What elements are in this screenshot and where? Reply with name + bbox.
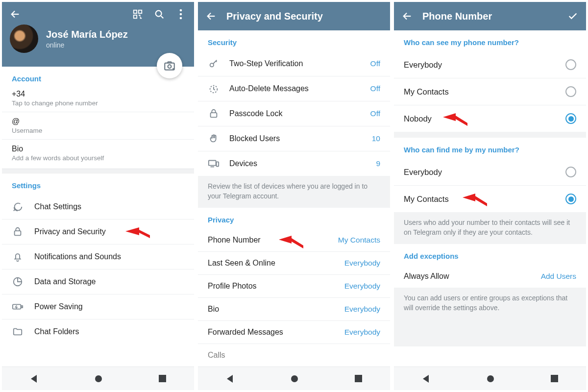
screen-privacy: Privacy and Security Security Two-Step V… — [198, 2, 390, 390]
row-value: Off — [370, 109, 380, 118]
power-row[interactable]: Power Saving — [2, 294, 194, 319]
page-title: Privacy and Security — [226, 11, 323, 22]
nav-recent-icon[interactable] — [550, 374, 559, 383]
devices-row[interactable]: Devices 9 — [198, 151, 390, 176]
see-everybody-row[interactable]: Everybody — [394, 51, 586, 78]
svg-point-24 — [291, 375, 298, 382]
back-icon[interactable] — [10, 9, 21, 20]
chat-settings-row[interactable]: Chat Settings — [2, 195, 194, 220]
more-icon[interactable] — [175, 9, 186, 20]
security-header: Security — [198, 30, 390, 51]
phone-number-row[interactable]: Phone Number My Contacts — [198, 229, 390, 252]
search-icon[interactable] — [154, 9, 165, 20]
exceptions-header: Add exceptions — [394, 244, 586, 265]
svg-point-6 — [180, 17, 182, 20]
row-value: 9 — [376, 159, 380, 168]
row-value: Off — [370, 84, 380, 93]
timer-icon — [208, 83, 220, 94]
screen-profile: José María López online Account +34 Tap … — [2, 2, 194, 390]
radio-icon — [565, 167, 576, 177]
radio-icon — [565, 86, 576, 97]
forwarded-row[interactable]: Forwarded Messages Everybody — [198, 321, 390, 344]
svg-marker-27 — [463, 194, 487, 206]
back-icon[interactable] — [206, 11, 217, 22]
bio-row[interactable]: Bio Everybody — [198, 298, 390, 321]
profile-header: José María López online — [2, 2, 194, 67]
exceptions-note: You can add users or entire groups as ex… — [394, 288, 586, 346]
see-contacts-row[interactable]: My Contacts — [394, 78, 586, 105]
bio-item[interactable]: Bio Add a few words about yourself — [2, 139, 194, 169]
find-everybody-row[interactable]: Everybody — [394, 159, 586, 186]
back-icon[interactable] — [402, 11, 413, 22]
nav-home-icon[interactable] — [486, 374, 495, 383]
svg-rect-0 — [134, 10, 137, 13]
see-header: Who can see my phone number? — [394, 30, 586, 51]
bell-icon — [12, 251, 24, 262]
nav-recent-icon[interactable] — [354, 374, 363, 383]
svg-marker-23 — [227, 375, 233, 383]
svg-marker-14 — [31, 375, 37, 383]
radio-icon — [565, 59, 576, 70]
row-value: Off — [370, 59, 380, 68]
lastseen-row[interactable]: Last Seen & Online Everybody — [198, 252, 390, 275]
row-label: Chat Folders — [34, 327, 79, 336]
svg-marker-26 — [443, 113, 467, 126]
always-allow-row[interactable]: Always Allow Add Users — [394, 265, 586, 288]
divider — [2, 169, 194, 173]
row-label: Privacy and Security — [34, 227, 106, 236]
key-icon — [208, 58, 220, 69]
nav-back-icon[interactable] — [225, 374, 235, 384]
find-contacts-row[interactable]: My Contacts — [394, 186, 586, 212]
svg-marker-10 — [125, 227, 150, 238]
chat-icon — [12, 201, 24, 212]
radio-icon — [565, 113, 576, 124]
nav-home-icon[interactable] — [290, 374, 299, 383]
avatar[interactable] — [10, 24, 38, 53]
data-row[interactable]: Data and Storage — [2, 270, 194, 294]
row-value: Everybody — [344, 282, 380, 291]
see-nobody-row[interactable]: Nobody — [394, 105, 586, 132]
svg-rect-25 — [355, 375, 362, 382]
row-label: Data and Storage — [34, 277, 96, 286]
profile-photos-row[interactable]: Profile Photos Everybody — [198, 275, 390, 298]
add-users-link[interactable]: Add Users — [541, 272, 576, 281]
svg-rect-20 — [209, 161, 216, 166]
svg-point-5 — [180, 13, 182, 16]
android-navbar — [2, 367, 194, 390]
check-icon[interactable] — [567, 11, 578, 22]
passcode-row[interactable]: Passcode Lock Off — [198, 101, 390, 126]
calls-row[interactable]: Calls — [198, 344, 390, 363]
privacy-settings-row[interactable]: Privacy and Security — [2, 220, 194, 245]
svg-point-8 — [168, 65, 172, 68]
qr-icon[interactable] — [132, 9, 143, 20]
phone-item[interactable]: +34 Tap to change phone number — [2, 88, 194, 112]
blocked-row[interactable]: Blocked Users 10 — [198, 126, 390, 151]
svg-rect-13 — [21, 306, 23, 308]
svg-marker-22 — [279, 236, 303, 248]
profile-status: online — [46, 41, 128, 49]
nav-back-icon[interactable] — [421, 374, 431, 384]
folders-row[interactable]: Chat Folders — [2, 319, 194, 344]
nav-recent-icon[interactable] — [158, 374, 167, 383]
nav-home-icon[interactable] — [94, 374, 103, 383]
username-item[interactable]: @ Username — [2, 112, 194, 139]
autodelete-row[interactable]: Auto-Delete Messages Off — [198, 76, 390, 101]
svg-marker-28 — [423, 375, 429, 383]
row-label: Power Saving — [34, 302, 83, 311]
hand-icon — [208, 133, 220, 144]
svg-rect-16 — [159, 375, 166, 382]
divider — [394, 132, 586, 138]
nav-back-icon[interactable] — [29, 374, 39, 384]
svg-rect-21 — [217, 162, 219, 166]
camera-button[interactable] — [157, 53, 182, 78]
row-value: Everybody — [344, 305, 380, 314]
find-header: Who can find me by my number? — [394, 138, 586, 159]
find-note: Users who add your number to their conta… — [394, 212, 586, 244]
device-icon — [208, 158, 220, 169]
svg-rect-19 — [211, 113, 217, 117]
privacy-header: Privacy — [198, 208, 390, 229]
devices-note: Review the list of devices where you are… — [198, 176, 390, 208]
twostep-row[interactable]: Two-Step Verification Off — [198, 51, 390, 76]
lock-icon — [12, 226, 24, 237]
notifications-row[interactable]: Notifications and Sounds — [2, 245, 194, 270]
